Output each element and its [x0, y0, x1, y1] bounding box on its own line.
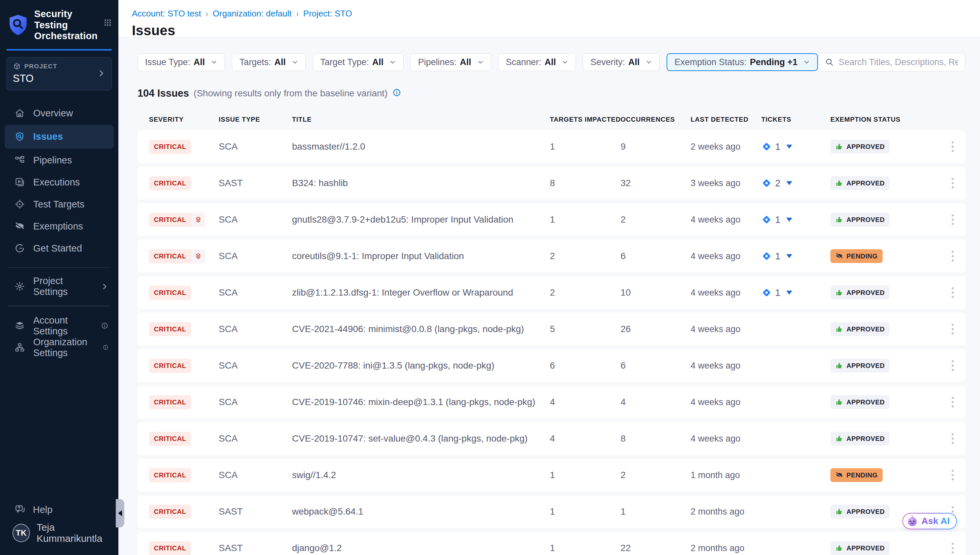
- sidebar-item-test-targets[interactable]: Test Targets: [0, 193, 119, 215]
- ticket-dropdown-caret[interactable]: [786, 291, 792, 295]
- issue-type: SCA: [219, 324, 292, 334]
- table-row[interactable]: CRITICAL SCA CVE-2019-10747: set-value@0…: [138, 422, 965, 455]
- table-row[interactable]: CRITICAL SAST B324: hashlib 8 32 3 weeks…: [138, 167, 965, 200]
- last-detected: 4 weeks ago: [691, 324, 761, 334]
- sidebar-item-organization-settings[interactable]: Organization Settings: [0, 337, 119, 358]
- exemption-status-badge: PENDING: [830, 468, 883, 482]
- column-header-tickets: TICKETS: [761, 116, 830, 123]
- filter-exemption-status[interactable]: Exemption Status:Pending +1: [667, 53, 818, 71]
- table-header: SEVERITYISSUE TYPETITLETARGETS IMPACTEDO…: [138, 116, 965, 123]
- filter-label: Target Type:: [320, 57, 369, 67]
- pipelines-icon: [14, 155, 25, 165]
- row-menu-button[interactable]: [945, 541, 960, 555]
- status-label: APPROVED: [847, 143, 885, 151]
- sidebar-nav: OverviewIssuesPipelinesExecutionsTest Ta…: [0, 102, 119, 260]
- filter-pipelines[interactable]: Pipelines:All: [411, 53, 491, 71]
- table-row[interactable]: CRITICAL SAST django@1.2 1 22 2 months a…: [138, 532, 965, 555]
- tickets-cell[interactable]: 1: [761, 287, 830, 298]
- table-row[interactable]: CRITICAL SCA coreutils@9.1-1: Improper I…: [138, 240, 965, 273]
- table-row[interactable]: CRITICAL SCA CVE-2020-7788: ini@1.3.5 (l…: [138, 349, 965, 382]
- status-label: PENDING: [847, 472, 878, 479]
- ticket-dropdown-caret[interactable]: [786, 181, 792, 185]
- row-menu-button[interactable]: [945, 322, 960, 336]
- table-row[interactable]: CRITICAL SCA CVE-2021-44906: minimist@0.…: [138, 313, 965, 346]
- sidebar-item-account-settings[interactable]: Account Settings: [0, 315, 119, 337]
- sidebar-item-label: Issues: [33, 131, 63, 142]
- module-grid-icon[interactable]: [104, 18, 112, 27]
- severity-badge: CRITICAL: [149, 322, 191, 336]
- last-detected: 4 weeks ago: [691, 251, 761, 261]
- tickets-cell[interactable]: 1: [761, 251, 830, 262]
- executions-icon: [14, 177, 25, 188]
- sidebar-collapse-handle[interactable]: [116, 499, 124, 528]
- ask-ai-label: Ask AI: [921, 516, 950, 526]
- issue-title: coreutils@9.1-1: Improper Input Validati…: [292, 251, 550, 261]
- sidebar-item-exemptions[interactable]: Exemptions: [0, 215, 119, 237]
- breadcrumb-separator: ›: [296, 8, 298, 19]
- tickets-cell[interactable]: 2: [761, 178, 830, 189]
- table-row[interactable]: CRITICAL SCA swig//1.4.2 1 2 1 month ago…: [138, 459, 965, 492]
- severity-badge: CRITICAL: [149, 359, 191, 373]
- issue-type: SCA: [219, 360, 292, 371]
- breadcrumb-link[interactable]: Project: STO: [303, 8, 352, 19]
- ticket-dropdown-caret[interactable]: [786, 254, 792, 258]
- severity-label: CRITICAL: [149, 322, 191, 336]
- row-menu-button[interactable]: [945, 176, 960, 190]
- row-menu-button[interactable]: [945, 468, 960, 482]
- table-row[interactable]: CRITICAL SCA gnutls28@3.7.9-2+deb12u5: I…: [138, 203, 965, 236]
- severity-badge: CRITICAL: [149, 286, 191, 300]
- table-row[interactable]: CRITICAL SCA bassmaster//1.2.0 1 9 2 wee…: [138, 130, 965, 163]
- table-row[interactable]: CRITICAL SCA CVE-2019-10746: mixin-deep@…: [138, 386, 965, 419]
- ticket-dropdown-caret[interactable]: [786, 145, 792, 149]
- severity-label: CRITICAL: [149, 359, 191, 373]
- row-menu-button[interactable]: [945, 431, 960, 446]
- table-row[interactable]: CRITICAL SCA zlib@1:1.2.13.dfsg-1: Integ…: [138, 276, 965, 309]
- ask-ai-button[interactable]: Ask AI: [902, 513, 957, 529]
- help-chat-icon: [14, 504, 26, 515]
- ticket-count: 2: [775, 178, 780, 189]
- sidebar-item-overview[interactable]: Overview: [0, 102, 119, 124]
- filter-targets[interactable]: Targets:All: [232, 53, 306, 71]
- sidebar-item-get-started[interactable]: Get Started: [0, 237, 119, 260]
- row-menu-button[interactable]: [945, 140, 960, 154]
- severity-label: CRITICAL: [149, 213, 191, 227]
- status-icon: [835, 544, 843, 552]
- issue-type: SCA: [219, 251, 292, 261]
- sidebar-divider: [8, 267, 111, 268]
- filter-severity[interactable]: Severity:All: [583, 53, 660, 71]
- targets-impacted: 1: [550, 543, 621, 553]
- sidebar-item-pipelines[interactable]: Pipelines: [0, 149, 119, 171]
- row-menu-button[interactable]: [945, 249, 960, 263]
- ticket-dropdown-caret[interactable]: [786, 218, 792, 221]
- jira-ticket-icon: [761, 287, 772, 298]
- search-box[interactable]: [818, 53, 965, 71]
- results-summary: 104 Issues (Showing results only from th…: [138, 87, 965, 99]
- help-button[interactable]: Help: [0, 499, 119, 520]
- breadcrumb-link[interactable]: Organization: default: [213, 8, 292, 19]
- breadcrumb-link[interactable]: Account: STO test: [132, 8, 201, 19]
- table-row[interactable]: CRITICAL SAST webpack@5.64.1 1 1 2 month…: [138, 495, 965, 528]
- info-icon[interactable]: [392, 88, 401, 97]
- filter-scanner[interactable]: Scanner:All: [498, 53, 576, 71]
- filter-target-type[interactable]: Target Type:All: [313, 53, 404, 71]
- tickets-cell[interactable]: 1: [761, 214, 830, 225]
- issue-title: zlib@1:1.2.13.dfsg-1: Integer Overflow o…: [292, 287, 550, 298]
- filter-issue-type[interactable]: Issue Type:All: [138, 53, 225, 71]
- severity-label: CRITICAL: [149, 432, 191, 446]
- row-menu-button[interactable]: [945, 395, 960, 409]
- row-menu-button[interactable]: [945, 286, 960, 300]
- project-selector[interactable]: PROJECT STO: [6, 57, 112, 90]
- row-menu-button[interactable]: [945, 358, 960, 373]
- tickets-cell[interactable]: 1: [761, 141, 830, 152]
- user-menu[interactable]: TK Teja Kummarikuntla: [0, 520, 119, 546]
- sidebar-item-project-settings[interactable]: Project Settings: [0, 276, 119, 297]
- sidebar-item-executions[interactable]: Executions: [0, 171, 119, 193]
- severity-badge: CRITICAL: [149, 213, 205, 227]
- search-input[interactable]: [839, 57, 958, 67]
- sidebar-item-issues[interactable]: Issues: [5, 125, 114, 149]
- issues-table: CRITICAL SCA bassmaster//1.2.0 1 9 2 wee…: [138, 130, 965, 555]
- row-menu-button[interactable]: [945, 212, 960, 227]
- status-label: APPROVED: [847, 216, 885, 224]
- ticket-count: 1: [775, 287, 780, 298]
- targets-impacted: 2: [550, 251, 621, 261]
